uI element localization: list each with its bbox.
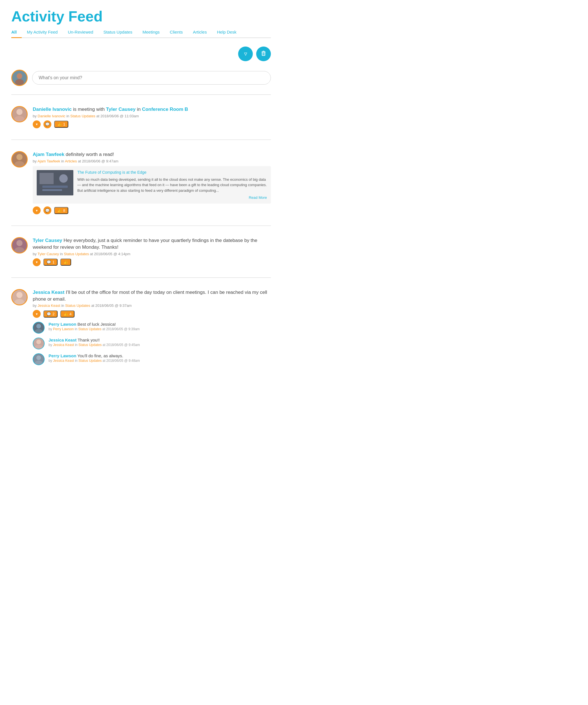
jessica-reply-meta-2[interactable]: Jessica Keast: [53, 343, 74, 347]
thumbs-up-icon-3: 👍: [63, 260, 68, 264]
feed-item-1-actions: ▾ 💬 👍 1: [33, 121, 271, 128]
reply-1-meta: by Perry Lawson in Status Updates at 201…: [49, 327, 271, 331]
thumbs-up-icon-4: 👍: [63, 312, 68, 316]
status-updates-link-1[interactable]: Status Updates: [70, 114, 95, 118]
reply-1-content: Perry Lawson Best of luck Jessica! by Pe…: [49, 322, 271, 331]
like-btn-4[interactable]: 👍 4: [60, 311, 75, 318]
clear-button[interactable]: [256, 47, 271, 61]
post-input-row: [11, 69, 271, 86]
comment-badge-3[interactable]: 💬 1: [43, 258, 57, 266]
tab-my-activity-feed[interactable]: My Activity Feed: [22, 27, 63, 38]
feed-item-3-actions: ▾ 💬 1 👍: [33, 258, 271, 266]
svg-point-12: [16, 154, 22, 160]
svg-rect-19: [37, 170, 73, 195]
like-btn-1[interactable]: 👍 1: [54, 121, 68, 128]
danielle-link[interactable]: Danielle Ivanovic: [33, 107, 72, 112]
filter-button[interactable]: ▿: [238, 47, 253, 61]
like-count-2: 8: [63, 208, 65, 213]
article-image: [37, 170, 73, 195]
feed-item-4-content: Jessica Keast I'll be out of the office …: [33, 289, 271, 366]
tab-un-reviewed[interactable]: Un-Reviewed: [63, 27, 98, 38]
comment-btn-1[interactable]: 💬: [43, 121, 51, 128]
svg-rect-2: [263, 51, 264, 52]
svg-point-6: [15, 79, 24, 86]
jessica-reply-link-2[interactable]: Jessica Keast: [49, 337, 77, 342]
svg-point-30: [36, 340, 41, 344]
feed-item-2-title: Ajam Tawfeek definitely worth a read!: [33, 151, 271, 158]
expand-btn-1[interactable]: ▾: [33, 121, 41, 128]
divider-0: [11, 94, 271, 95]
conference-room-link[interactable]: Conference Room B: [142, 107, 188, 112]
like-btn-2[interactable]: 👍 8: [54, 207, 68, 214]
comment-icon-4: 💬: [47, 312, 51, 316]
tab-help-desk[interactable]: Help Desk: [212, 27, 241, 38]
jessica-reply-meta-3[interactable]: Jessica Keast: [53, 359, 74, 363]
feed-item-1-title: Danielle Ivanovic is meeting with Tyler …: [33, 106, 271, 113]
read-more-link[interactable]: Read More: [77, 195, 267, 200]
reply-1-cat[interactable]: Status Updates: [78, 327, 101, 331]
comment-count-4: 2: [52, 312, 54, 316]
tab-status-updates[interactable]: Status Updates: [98, 27, 137, 38]
reply-3: Perry Lawson You'll do fine, as always. …: [33, 354, 271, 365]
tab-articles[interactable]: Articles: [188, 27, 212, 38]
tab-all[interactable]: All: [11, 27, 22, 38]
jessica-link[interactable]: Jessica Keast: [33, 290, 64, 295]
perry-avatar-2: [33, 354, 45, 365]
reply-2-content: Jessica Keast Thank you!! by Jessica Kea…: [49, 337, 271, 347]
svg-point-24: [16, 292, 22, 298]
feed-item-1: Danielle Ivanovic is meeting with Tyler …: [11, 101, 271, 133]
expand-btn-3[interactable]: ▾: [33, 258, 41, 266]
svg-point-9: [16, 109, 22, 115]
reply-3-title: Perry Lawson You'll do fine, as always.: [49, 354, 271, 358]
tyler-meta-link[interactable]: Tyler Causey: [38, 252, 59, 256]
comment-btn-2[interactable]: 💬: [43, 206, 51, 214]
article-title: The Future of Computing is at the Edge: [77, 170, 267, 175]
reply-3-cat[interactable]: Status Updates: [79, 359, 101, 363]
article-card: The Future of Computing is at the Edge W…: [33, 166, 271, 204]
user-avatar: [11, 69, 28, 86]
reply-3-meta: by Jessica Keast in Status Updates at 20…: [49, 359, 271, 363]
expand-btn-2[interactable]: ▾: [33, 206, 41, 214]
reply-2: Jessica Keast Thank you!! by Jessica Kea…: [33, 337, 271, 349]
tyler-causey-link-1[interactable]: Tyler Causey: [106, 107, 136, 112]
toolbar: ▿: [11, 47, 271, 61]
danielle-avatar: [11, 106, 28, 123]
jessica-meta-link[interactable]: Jessica Keast: [38, 303, 60, 308]
tab-meetings[interactable]: Meetings: [137, 27, 165, 38]
like-count-1: 1: [63, 122, 65, 126]
comment-icon-3: 💬: [47, 260, 51, 264]
perry-reply-meta-1[interactable]: Perry Lawson: [53, 327, 74, 331]
feed-item-2-actions: ▾ 💬 👍 8: [33, 206, 271, 214]
tab-clients[interactable]: Clients: [165, 27, 188, 38]
jessica-avatar-2: [33, 337, 45, 349]
status-updates-link-4[interactable]: Status Updates: [65, 303, 90, 308]
danielle-meta-link[interactable]: Danielle Ivanovic: [38, 114, 65, 118]
nav-tabs: All My Activity Feed Un-Reviewed Status …: [11, 27, 271, 38]
post-input[interactable]: [32, 71, 271, 85]
feed-item-4-actions: ▾ 💬 2 👍 4: [33, 310, 271, 318]
divider-1: [11, 140, 271, 140]
tyler-link[interactable]: Tyler Causey: [33, 238, 62, 243]
perry-reply-link-2[interactable]: Perry Lawson: [49, 354, 76, 358]
comment-badge-4[interactable]: 💬 2: [43, 311, 57, 318]
ajam-avatar: [11, 151, 28, 168]
feed-item-1-content: Danielle Ivanovic is meeting with Tyler …: [33, 106, 271, 128]
feed-item-3-meta: by Tyler Causey in Status Updates at 201…: [33, 252, 271, 256]
svg-point-21: [16, 240, 22, 246]
perry-reply-link-1[interactable]: Perry Lawson: [49, 322, 76, 327]
feed-item-3: Tyler Causey Hey everybody, just a quick…: [11, 232, 271, 271]
ajam-meta-link[interactable]: Ajam Tawfeek: [38, 159, 60, 163]
like-btn-3[interactable]: 👍: [60, 258, 71, 266]
feed-item-1-meta: by Danielle Ivanovic in Status Updates a…: [33, 114, 271, 118]
svg-rect-0: [262, 52, 265, 55]
expand-btn-4[interactable]: ▾: [33, 310, 41, 318]
svg-point-5: [17, 73, 22, 79]
jessica-avatar: [11, 289, 28, 306]
status-updates-link-3[interactable]: Status Updates: [64, 252, 89, 256]
perry-avatar-1: [33, 322, 45, 334]
ajam-link[interactable]: Ajam Tawfeek: [33, 152, 64, 157]
tyler-avatar: [11, 237, 28, 253]
articles-link[interactable]: Articles: [65, 159, 77, 163]
feed-item-2-meta: by Ajam Tawfeek in Articles at 2018/06/0…: [33, 159, 271, 163]
reply-2-cat[interactable]: Status Updates: [79, 343, 101, 347]
